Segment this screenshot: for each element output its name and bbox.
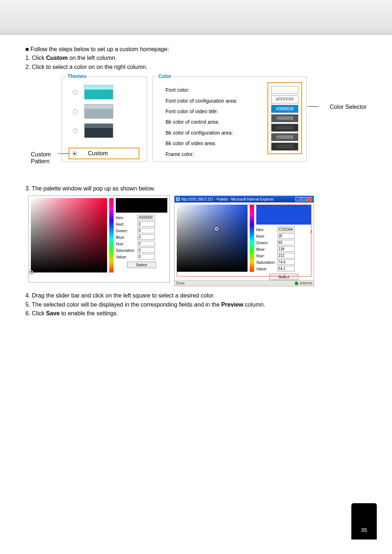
step6-prefix: 6. Click — [25, 310, 46, 316]
step6: 6. Click Save to enable the settings. — [25, 309, 367, 317]
select-button[interactable]: Select — [127, 262, 156, 268]
label-custom: Custom — [31, 151, 51, 158]
hue-slider[interactable] — [109, 198, 114, 272]
swatch-font-config[interactable]: #FFFFFF — [271, 95, 298, 103]
radio-icon[interactable] — [73, 128, 78, 133]
radio-icon[interactable] — [73, 109, 78, 114]
swatch-frame[interactable]: #323232 — [271, 143, 298, 151]
sat-input[interactable] — [138, 247, 155, 253]
label-font-video: Font color of video title: — [166, 106, 237, 117]
internet-icon — [295, 282, 298, 285]
sv-picker[interactable] — [177, 205, 248, 272]
window-title: http://192.168.5.151 - Palette - Microso… — [181, 197, 274, 201]
hex-input[interactable] — [138, 215, 155, 220]
palette-window-1: Hex: Red: Green: Blue: Hue: Saturation: … — [28, 196, 170, 283]
picker-cursor-icon[interactable] — [215, 227, 219, 231]
red-input[interactable] — [138, 221, 155, 227]
theme-option-1[interactable] — [73, 85, 113, 99]
sat-label: Saturation: — [116, 248, 138, 253]
step5-prefix: 5. The selected color will be displayed … — [25, 301, 221, 308]
callout-4: 4 — [283, 274, 285, 278]
theme-option-custom[interactable]: Custom — [69, 148, 139, 159]
label-bk-control: Bk color of control area: — [166, 117, 237, 127]
label-custom-pattern: Custom Pattern — [31, 151, 51, 165]
step1-bold: Custom — [46, 55, 68, 61]
label-font-config: Font color of configuration area: — [166, 96, 237, 106]
red-label: Red: — [116, 222, 138, 226]
themes-color-diagram: Custom Pattern Themes Custom — [25, 77, 367, 165]
minimize-icon[interactable]: – — [295, 197, 301, 201]
callout-1: 1 — [254, 239, 256, 243]
hue-input[interactable] — [138, 241, 155, 246]
val-label: Value: — [116, 255, 138, 259]
window-titlebar: http://192.168.5.151 - Palette - Microso… — [175, 196, 314, 202]
label-font-color: Font color: — [166, 85, 237, 95]
step1-suffix: on the left column. — [68, 55, 117, 61]
connector-color-selector — [307, 106, 318, 107]
step6-bold: Save — [46, 310, 60, 316]
intro-step2: 2. Click to select a color on on the rig… — [25, 63, 367, 71]
step5: 5. The selected color will be displayed … — [25, 301, 367, 309]
swatch-bk-config[interactable]: #323232 — [271, 124, 298, 132]
theme-option-2[interactable] — [73, 104, 113, 119]
palette-window-2: http://192.168.5.151 - Palette - Microso… — [174, 196, 314, 286]
step5-suffix: column. — [243, 301, 265, 308]
callout-3: 3 — [310, 229, 312, 234]
hex-label: Hex: — [116, 216, 138, 220]
label-pattern: Pattern — [31, 158, 51, 165]
label-color-selector: Color Selector — [330, 104, 367, 110]
radio-icon[interactable] — [73, 90, 78, 95]
step6-suffix: to enable the settings. — [60, 310, 118, 316]
swatch-font-video[interactable]: #098BD6 — [271, 105, 298, 113]
maximize-icon[interactable]: □ — [301, 197, 306, 201]
intro-steps: ■ Follow the steps below to set up a cus… — [25, 45, 367, 71]
sv-picker[interactable] — [31, 198, 107, 272]
step5-bold: Preview — [221, 301, 243, 308]
color-preview — [116, 198, 167, 213]
color-labels: Font color: Font color of configuration … — [166, 85, 237, 160]
theme-option-3[interactable] — [73, 123, 113, 138]
blue-label: Blue: — [116, 235, 138, 239]
green-label: Green: — [116, 229, 138, 233]
palette-screenshots: Hex: Red: Green: Blue: Hue: Saturation: … — [28, 196, 367, 286]
page-content: ■ Follow the steps below to set up a cus… — [0, 34, 392, 317]
theme-thumb-1 — [84, 85, 113, 99]
step3-text: 3. The palette window will pop up as sho… — [25, 185, 367, 192]
theme-thumb-3 — [84, 123, 113, 138]
close-icon[interactable]: × — [307, 197, 312, 201]
radio-icon-checked[interactable] — [72, 151, 77, 156]
custom-label: Custom — [88, 150, 108, 157]
final-steps: 4. Drag the slider bar and click on the … — [25, 292, 367, 317]
label-bk-config: Bk color of configuration area: — [166, 128, 237, 138]
theme-thumb-2 — [84, 104, 113, 119]
callout-2: 2 — [222, 228, 224, 232]
green-input[interactable] — [138, 228, 155, 233]
hue-label: Hue: — [116, 242, 138, 246]
swatch-font-color[interactable] — [271, 86, 298, 94]
val-input[interactable] — [138, 254, 155, 259]
page-number: 35 — [351, 503, 377, 539]
status-bar: Done Internet — [175, 280, 314, 286]
status-internet: Internet — [300, 281, 312, 285]
label-bk-video: Bk color of video area: — [166, 138, 237, 149]
picker-cursor-icon[interactable] — [29, 270, 33, 274]
blue-input[interactable] — [138, 234, 155, 240]
step1-prefix: 1. Click — [25, 55, 46, 61]
palette-values: Hex: Red: Green: Blue: Hue: Saturation: … — [116, 198, 167, 280]
status-done: Done — [176, 281, 185, 285]
intro-step1: 1. Click Custom on the left column. — [25, 54, 367, 62]
step4: 4. Drag the slider bar and click on the … — [25, 292, 367, 300]
intro-bullet: ■ Follow the steps below to set up a cus… — [25, 45, 367, 53]
color-fieldset: Color Font color: Font color of configur… — [152, 77, 307, 162]
label-frame-color: Frame color: — [166, 149, 237, 160]
color-swatch-column: #FFFFFF #098BD6 #565656 #323232 #565656 … — [268, 82, 302, 154]
ie-icon — [176, 197, 180, 201]
header-gradient — [0, 0, 392, 34]
themes-legend: Themes — [66, 73, 89, 79]
swatch-bk-video[interactable]: #565656 — [271, 133, 298, 141]
themes-fieldset: Themes Custom — [62, 77, 147, 162]
swatch-bk-control[interactable]: #565656 — [271, 114, 298, 122]
color-legend: Color — [156, 73, 173, 79]
